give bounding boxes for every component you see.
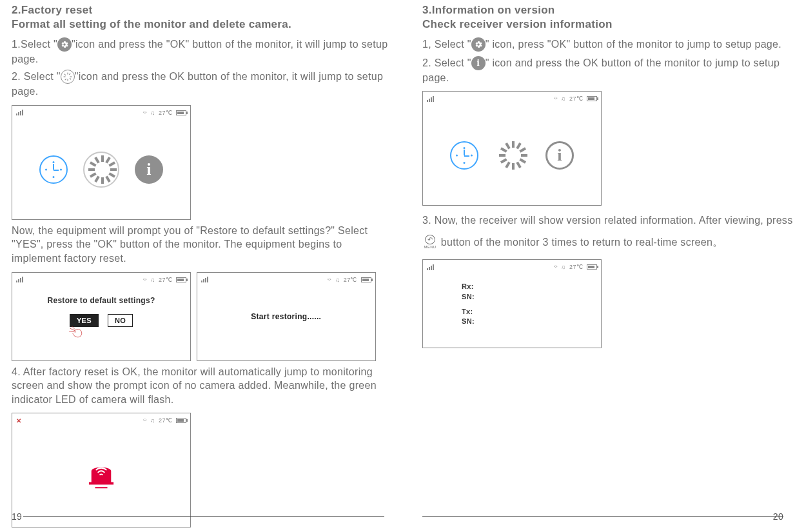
step-1: 1.Select ""icon and press the "OK" butto… — [12, 37, 389, 66]
svg-rect-2 — [63, 77, 65, 77]
status-bar: ✕ ⌔♫27℃ — [16, 416, 186, 425]
info-icon-selected: i — [545, 141, 574, 170]
music-icon: ♫ — [561, 95, 565, 102]
step-2: 2. Select "i" icon and press the OK butt… — [422, 56, 795, 84]
device-screen-setup-info: ⌔♫27℃ i — [422, 91, 602, 206]
temperature: 27℃ — [569, 95, 583, 102]
battery-icon — [587, 96, 597, 101]
menu-label: MENU — [424, 245, 437, 249]
svg-rect-4 — [64, 74, 66, 75]
battery-icon — [361, 277, 371, 282]
text: " icon, press "OK" button of the monitor… — [486, 39, 781, 50]
device-screen-setup: ⌔ ♫ 27℃ i — [12, 105, 191, 220]
svg-rect-3 — [70, 77, 72, 77]
page-right: 3.Information on version Check receiver … — [422, 4, 795, 352]
text: 2. Select " — [12, 71, 61, 82]
wifi-icon: ⌔ — [143, 110, 146, 116]
svg-rect-1 — [67, 79, 68, 81]
svg-rect-7 — [64, 79, 66, 81]
status-bar: ⌔♫27℃ — [201, 275, 371, 284]
rx-label: Rx: — [462, 282, 475, 291]
wifi-icon: ⌔ — [554, 264, 557, 270]
hand-pointer-icon — [67, 324, 86, 340]
battery-icon — [176, 418, 186, 423]
sn-label: SN: — [462, 292, 475, 302]
signal-icon — [427, 264, 434, 270]
section-title: 2.Factory reset — [12, 4, 389, 17]
temperature: 27℃ — [159, 277, 172, 283]
step-1: 1, Select "" icon, press "OK" button of … — [422, 37, 795, 52]
music-icon: ♫ — [561, 264, 565, 270]
gear-icon — [471, 37, 486, 52]
status-bar: ⌔♫27℃ — [427, 94, 597, 103]
music-icon: ♫ — [150, 110, 155, 116]
restoring-text: Start restoring...... — [197, 312, 375, 321]
svg-rect-0 — [67, 73, 68, 75]
section-subtitle: Check receiver version information — [422, 18, 795, 31]
version-info: Rx: SN: Tx: SN: — [462, 282, 475, 327]
loader-icon — [498, 141, 526, 170]
text: 3. Now, the receiver will show version r… — [422, 215, 792, 226]
tx-label: Tx: — [462, 307, 475, 317]
wifi-icon: ⌔ — [554, 95, 557, 102]
device-screen-version: ⌔♫27℃ Rx: SN: Tx: SN: — [422, 259, 602, 348]
gear-icon — [57, 37, 72, 52]
text: 1, Select " — [422, 39, 471, 50]
temperature: 27℃ — [159, 417, 172, 424]
status-bar: ⌔ ♫ 27℃ — [16, 108, 186, 117]
page-number-left: 19 — [12, 511, 22, 522]
icon-row: i — [423, 141, 601, 170]
step-2: 2. Select ""icon and press the OK button… — [12, 70, 389, 98]
icon-row: i — [12, 155, 190, 184]
section-subtitle: Format all setting of the monitor and de… — [12, 18, 389, 31]
temperature: 27℃ — [569, 264, 583, 270]
now-text: Now, the equipment will prompt you of "R… — [12, 224, 389, 266]
status-bar: ⌔♫27℃ — [16, 275, 186, 284]
info-icon: i — [135, 155, 163, 184]
signal-icon — [16, 110, 23, 115]
sn-label: SN: — [462, 317, 475, 326]
device-screen-confirm: ⌔♫27℃ Restore to default settings? YES N… — [12, 272, 191, 361]
step-3: 3. Now, the receiver will show version r… — [422, 210, 795, 253]
loader-icon — [61, 70, 75, 84]
page-number-right: 20 — [773, 511, 783, 522]
music-icon: ♫ — [150, 277, 155, 283]
text: button of the monitor 3 times to return … — [438, 237, 723, 248]
status-bar: ⌔♫27℃ — [427, 262, 597, 271]
no-button[interactable]: NO — [108, 314, 133, 327]
restore-prompt-text: Restore to default settings? — [47, 296, 155, 305]
signal-icon — [16, 277, 23, 282]
text: 1.Select " — [12, 39, 57, 50]
footer-rule — [23, 516, 384, 517]
temperature: 27℃ — [159, 110, 172, 116]
section-title: 3.Information on version — [422, 4, 795, 17]
footer-rule — [422, 516, 783, 517]
battery-icon — [176, 110, 186, 115]
battery-icon — [176, 277, 186, 282]
no-signal-icon: ✕ — [16, 417, 21, 424]
page-left: 2.Factory reset Format all setting of th… — [12, 4, 395, 531]
info-icon: i — [471, 56, 486, 70]
music-icon: ♫ — [150, 417, 155, 424]
no-camera-alert-icon — [86, 464, 116, 491]
menu-button-icon: ↶MENU — [422, 235, 438, 249]
device-screen-restoring: ⌔♫27℃ Start restoring...... — [197, 272, 376, 361]
svg-rect-6 — [68, 74, 70, 75]
temperature: 27℃ — [344, 277, 357, 283]
step-4: 4. After factory reset is OK, the monito… — [12, 365, 389, 407]
music-icon: ♫ — [335, 277, 340, 283]
wifi-icon: ⌔ — [143, 417, 146, 424]
battery-icon — [587, 264, 597, 270]
wifi-icon: ⌔ — [143, 277, 146, 283]
svg-rect-5 — [69, 78, 71, 80]
signal-icon — [201, 277, 208, 282]
text: 2. Select " — [422, 57, 471, 68]
clock-icon — [39, 155, 68, 184]
wifi-icon: ⌔ — [328, 277, 331, 283]
signal-icon — [427, 96, 434, 102]
clock-icon — [450, 141, 478, 170]
loader-icon-selected — [87, 155, 115, 184]
device-screen-no-camera: ✕ ⌔♫27℃ — [12, 413, 191, 527]
